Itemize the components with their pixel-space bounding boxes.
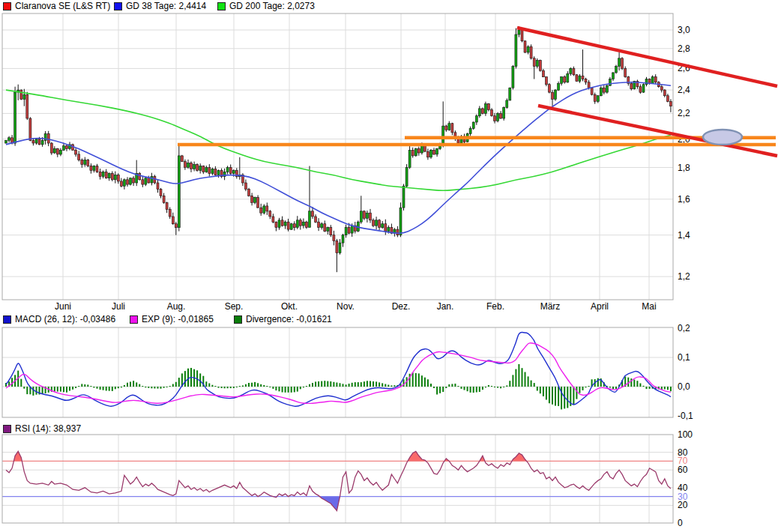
candle-down: [175, 224, 177, 228]
candle-up: [302, 222, 304, 226]
candle-up: [600, 88, 602, 96]
rsi-tick-label: 20: [678, 500, 688, 510]
candle-down: [214, 169, 217, 175]
candle-down: [451, 124, 453, 133]
candle-down: [487, 104, 489, 110]
candle-up: [199, 166, 202, 171]
grid-lines: [2, 13, 673, 523]
month-label: April: [591, 301, 609, 312]
candle-down: [573, 68, 575, 74]
candle-down: [426, 151, 429, 157]
symbol-swatch: [3, 2, 11, 10]
candle-down: [229, 168, 232, 174]
candle-down: [202, 166, 205, 172]
legend-item-rsi: RSI (14): 38,937: [3, 423, 81, 434]
candle-down: [184, 162, 186, 168]
candle-up: [102, 172, 104, 177]
candle-up: [284, 222, 286, 226]
rsi-tick-label: 0: [678, 518, 683, 528]
candle-down: [269, 211, 271, 217]
candle-up: [187, 163, 190, 168]
candle-up: [296, 220, 298, 228]
candle-down: [38, 139, 40, 145]
candle-down: [545, 77, 547, 85]
candle-down: [281, 220, 283, 226]
candle-up: [327, 228, 329, 232]
gd200-label: GD 200 Tage: 2,0273: [229, 1, 315, 11]
candle-down: [433, 150, 435, 154]
candle-up: [35, 139, 37, 143]
candle-up: [342, 235, 344, 243]
candle-up: [41, 140, 43, 145]
candle-down: [654, 77, 657, 82]
candle-down: [99, 172, 101, 177]
candle-down: [576, 75, 578, 82]
candle-up: [278, 220, 280, 228]
candle-down: [363, 211, 365, 219]
candle-down: [312, 211, 314, 217]
legend-item-gd200: GD 200 Tage: 2,0273: [217, 1, 315, 11]
candle-up: [518, 30, 520, 34]
candle-down: [133, 178, 135, 183]
candle-up: [579, 76, 581, 81]
candle-up: [536, 61, 538, 67]
candle-down: [299, 220, 301, 226]
candle-down: [50, 143, 52, 153]
candle-down: [373, 220, 375, 226]
candle-down: [275, 222, 277, 227]
legend-item-macd: MACD (26, 12): -0,03486: [3, 314, 115, 324]
candle-up: [388, 228, 390, 232]
candle-up: [178, 156, 180, 228]
candle-down: [445, 126, 447, 130]
candle-up: [226, 168, 229, 172]
rsi-panel-border: [2, 435, 673, 523]
candle-up: [509, 88, 511, 100]
candle-up: [321, 224, 323, 228]
candle-down: [624, 68, 627, 76]
candle-up: [414, 148, 417, 155]
candle-down: [660, 87, 663, 91]
candle-up: [527, 46, 529, 52]
candle-down: [166, 202, 168, 209]
candle-down: [385, 224, 387, 232]
candle-up: [420, 146, 423, 153]
candle-down: [117, 175, 119, 181]
candle-down: [208, 168, 211, 174]
candle-up: [497, 113, 499, 121]
gd200-swatch: [217, 2, 226, 10]
candle-up: [512, 67, 514, 88]
legend-item-symbol: Claranova SE (L&S RT): [3, 1, 110, 11]
candle-up: [63, 146, 65, 151]
candle-down: [663, 90, 666, 96]
candle-down: [333, 235, 335, 241]
candle-down: [330, 228, 332, 235]
candle-down: [621, 58, 624, 69]
candle-down: [336, 241, 338, 253]
candle-down: [148, 178, 150, 183]
candle-down: [26, 94, 28, 118]
candle-down: [539, 61, 541, 71]
candle-up: [399, 208, 402, 235]
rsi-label: RSI (14): 38,937: [15, 423, 81, 434]
candle-up: [382, 224, 384, 228]
macd-swatch: [3, 315, 11, 324]
candle-down: [423, 146, 426, 151]
candle-down: [244, 183, 247, 190]
candle-down: [96, 166, 98, 172]
candle-down: [457, 139, 459, 143]
candle-up: [5, 140, 7, 143]
candle-down: [196, 165, 199, 171]
exp-swatch: [130, 315, 138, 324]
candle-up: [448, 124, 450, 130]
candle-down: [582, 76, 584, 79]
candle-down: [315, 217, 317, 222]
macd-tick-label: 0,0: [678, 381, 690, 392]
price-tick-label: 3,0: [678, 25, 690, 35]
rsi-swatch: [3, 425, 11, 433]
candle-down: [181, 156, 183, 162]
rsi-legend: RSI (14): 38,937: [0, 423, 778, 435]
candle-down: [120, 181, 122, 186]
gd38-line: [6, 82, 671, 233]
candle-down: [190, 163, 193, 169]
month-label: Aug.: [167, 301, 186, 312]
